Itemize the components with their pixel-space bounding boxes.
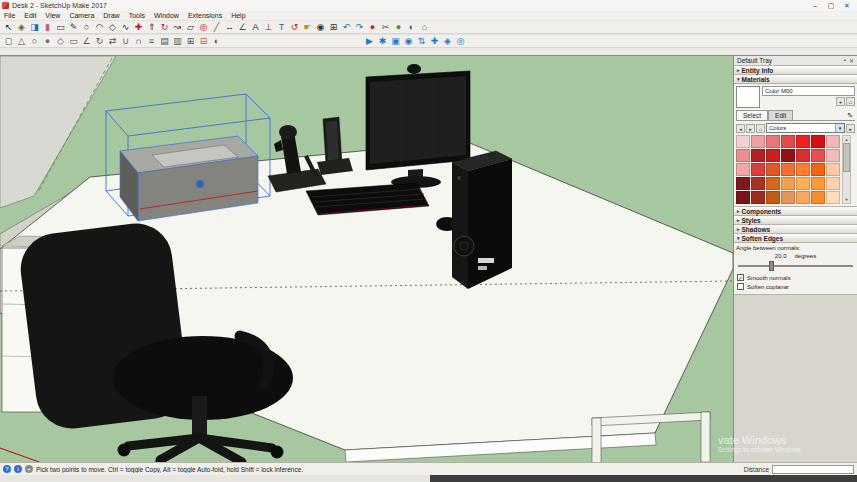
flyout-arrow-icon[interactable]: ▸ <box>846 124 855 133</box>
sync-icon[interactable]: ⇅ <box>415 35 428 48</box>
info-icon[interactable]: i <box>14 465 22 473</box>
prism-shape-icon[interactable]: ◇ <box>54 35 67 48</box>
globe-icon[interactable]: ◎ <box>454 35 467 48</box>
push-pull-tool-icon[interactable]: ⇑ <box>145 21 158 34</box>
default-material-button[interactable]: ⌂ <box>846 97 855 106</box>
material-name-field[interactable]: Color M00 <box>762 86 855 96</box>
color-swatch[interactable] <box>781 191 795 204</box>
section-soften-edges[interactable]: ▾ Soften Edges <box>734 234 857 243</box>
color-swatch[interactable] <box>826 135 840 148</box>
color-swatch[interactable] <box>766 177 780 190</box>
box-shape-icon[interactable]: ◻ <box>2 35 15 48</box>
sample-paint-icon[interactable]: ✎ <box>847 112 855 120</box>
redo-icon[interactable]: ↷ <box>353 21 366 34</box>
zoom-tool-icon[interactable]: ◉ <box>314 21 327 34</box>
color-swatch[interactable] <box>736 177 750 190</box>
menu-item[interactable]: Camera <box>69 11 94 20</box>
section-styles[interactable]: ▸ Styles <box>734 216 857 225</box>
color-swatch[interactable] <box>796 163 810 176</box>
zoom-extents-icon[interactable]: ⊞ <box>327 21 340 34</box>
settings-gear-icon[interactable]: ✱ <box>376 35 389 48</box>
section-shadows[interactable]: ▸ Shadows <box>734 225 857 234</box>
color-swatch[interactable] <box>736 163 750 176</box>
color-swatch[interactable] <box>736 191 750 204</box>
geolocation-icon[interactable]: + <box>25 465 33 473</box>
forward-arrow-icon[interactable]: ▸ <box>746 124 755 133</box>
paint-bucket-icon[interactable]: ◨ <box>28 21 41 34</box>
tape-measure-icon[interactable]: ╱ <box>210 21 223 34</box>
rotate-tool-icon[interactable]: ↻ <box>158 21 171 34</box>
sphere-shape-icon[interactable]: ● <box>41 35 54 48</box>
color-swatch[interactable] <box>751 191 765 204</box>
color-swatch[interactable] <box>811 191 825 204</box>
color-swatch[interactable] <box>766 149 780 162</box>
close-button[interactable]: ✕ <box>839 0 855 11</box>
color-swatch[interactable] <box>811 177 825 190</box>
make-component-icon[interactable]: ◈ <box>15 21 28 34</box>
color-swatch[interactable] <box>811 135 825 148</box>
follow-me-tool-icon[interactable]: ↝ <box>171 21 184 34</box>
cone-shape-icon[interactable]: △ <box>15 35 28 48</box>
layers-icon[interactable]: ≡ <box>145 35 158 48</box>
scale-tool-icon[interactable]: ▱ <box>184 21 197 34</box>
camera-icon[interactable]: ▣ <box>389 35 402 48</box>
shadow-toggle-icon[interactable]: ◐ <box>405 21 418 34</box>
menu-item[interactable]: View <box>45 11 60 20</box>
select-tool-icon[interactable]: ↖ <box>2 21 15 34</box>
intersect-icon[interactable]: ∩ <box>132 35 145 48</box>
smooth-normals-checkbox[interactable]: ✓ <box>737 274 744 281</box>
section-entity-info[interactable]: ▸ Entity Info <box>734 66 857 75</box>
rectangle-tool-icon[interactable]: ▭ <box>54 21 67 34</box>
color-swatch[interactable] <box>736 135 750 148</box>
color-swatch[interactable] <box>751 149 765 162</box>
grid-icon[interactable]: ▤ <box>158 35 171 48</box>
scroll-thumb[interactable] <box>843 143 850 172</box>
orbit-tool-icon[interactable]: ↺ <box>288 21 301 34</box>
face-style-icon[interactable]: ◐ <box>210 35 223 48</box>
soften-coplanar-checkbox[interactable] <box>737 283 744 290</box>
text-tool-icon[interactable]: A <box>249 21 262 34</box>
color-swatch[interactable] <box>811 149 825 162</box>
protractor-tool-icon[interactable]: ∠ <box>236 21 249 34</box>
arc-tool-icon[interactable]: ◠ <box>93 21 106 34</box>
menu-item[interactable]: Help <box>231 11 245 20</box>
tab-edit[interactable]: Edit <box>768 110 793 120</box>
line-tool-icon[interactable]: ✎ <box>67 21 80 34</box>
add-location-icon[interactable]: ✚ <box>428 35 441 48</box>
union-icon[interactable]: ∪ <box>119 35 132 48</box>
angle-slider[interactable] <box>738 261 853 271</box>
color-swatch[interactable] <box>781 149 795 162</box>
menu-item[interactable]: Extensions <box>188 11 222 20</box>
move-tool-icon[interactable]: ✚ <box>132 21 145 34</box>
minimize-button[interactable]: – <box>807 0 823 11</box>
menu-item[interactable]: Window <box>154 11 179 20</box>
component-browser-icon[interactable]: ◈ <box>441 35 454 48</box>
color-swatch[interactable] <box>766 163 780 176</box>
menu-item[interactable]: Draw <box>103 11 119 20</box>
color-swatch[interactable] <box>826 163 840 176</box>
color-swatch[interactable] <box>781 163 795 176</box>
create-material-button[interactable]: + <box>836 97 845 106</box>
offset-tool-icon[interactable]: ◎ <box>197 21 210 34</box>
color-swatch[interactable] <box>751 177 765 190</box>
axes-tool-icon[interactable]: ⊥ <box>262 21 275 34</box>
color-swatch[interactable] <box>781 135 795 148</box>
swap-icon[interactable]: ⇄ <box>106 35 119 48</box>
plane-shape-icon[interactable]: ▭ <box>67 35 80 48</box>
pan-tool-icon[interactable]: ☛ <box>301 21 314 34</box>
scroll-down-icon[interactable]: ▼ <box>843 196 850 203</box>
color-swatch[interactable] <box>826 149 840 162</box>
collection-dropdown[interactable]: Colors ▾ <box>766 123 845 133</box>
maximize-button[interactable]: ▢ <box>823 0 839 11</box>
scroll-up-icon[interactable]: ▲ <box>843 136 850 143</box>
viewport-3d[interactable] <box>0 56 733 463</box>
color-swatch[interactable] <box>751 135 765 148</box>
cylinder-shape-icon[interactable]: ○ <box>28 35 41 48</box>
color-swatch[interactable] <box>826 191 840 204</box>
home-icon[interactable]: ⌂ <box>756 124 765 133</box>
warehouse-icon[interactable]: ⌂ <box>418 21 431 34</box>
swatch-scrollbar[interactable]: ▲ ▼ <box>842 135 851 204</box>
color-swatch[interactable] <box>766 191 780 204</box>
color-swatch[interactable] <box>826 177 840 190</box>
color-swatch[interactable] <box>796 135 810 148</box>
